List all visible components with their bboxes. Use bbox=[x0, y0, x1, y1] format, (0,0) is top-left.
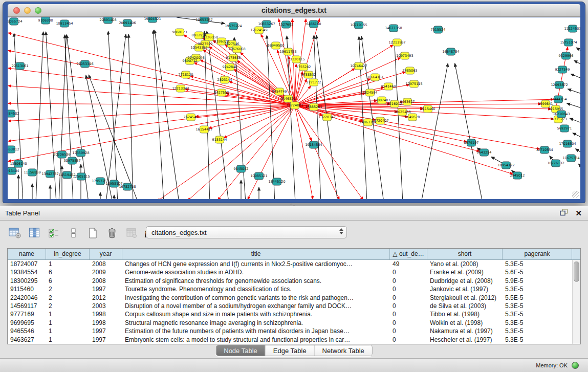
cell-name: 14569117 bbox=[8, 302, 46, 310]
graph-node-label: 9649578 bbox=[405, 115, 420, 119]
cell-year: 2008 bbox=[90, 260, 122, 268]
graph-node-label: 12213343 bbox=[172, 86, 189, 91]
tab-edge-table[interactable]: Edge Table bbox=[266, 345, 315, 356]
graph-edge bbox=[8, 105, 295, 141]
graph-node-label: 8427552 bbox=[214, 91, 229, 95]
table-row[interactable]: 946554611997Estimation of the future num… bbox=[8, 327, 572, 335]
column-header-year[interactable]: year bbox=[90, 249, 122, 259]
cell-out_de: 0 bbox=[390, 268, 427, 276]
graph-node-label: 10954122 bbox=[497, 163, 514, 167]
cell-year: 1997 bbox=[90, 327, 122, 335]
graph-node-label: 30975887 bbox=[63, 159, 80, 163]
tab-node-table[interactable]: Node Table bbox=[216, 345, 266, 356]
graph-node-label: 12710554 bbox=[536, 148, 553, 152]
table-row[interactable]: 1456911722003Disruption of a novel membe… bbox=[8, 302, 572, 310]
table-row[interactable]: 2242004622012Investigating the contribut… bbox=[8, 294, 572, 302]
graph-node-label: 10973493 bbox=[396, 54, 413, 58]
cell-short: Tibbo et al. (1998) bbox=[427, 310, 503, 318]
table-row[interactable]: 911546021997Tourette syndrome. Phenomeno… bbox=[8, 285, 572, 293]
graph-node-label: 9242848 bbox=[223, 65, 237, 69]
table-select-dropdown[interactable]: citations_edges.txt bbox=[146, 226, 347, 238]
graph-node-label: 9845042 bbox=[234, 167, 249, 171]
unselect-all-icon[interactable] bbox=[67, 226, 80, 239]
column-header-out_de[interactable]: △ out_de… bbox=[390, 249, 427, 259]
graph-node-label: 15055724 bbox=[8, 19, 23, 24]
graph-node-label: 10776132 bbox=[547, 161, 564, 165]
status-bar: Memory: OK bbox=[0, 358, 588, 372]
graph-node-label: 18724007 bbox=[286, 103, 303, 107]
graph-node-label: 26053346 bbox=[76, 62, 93, 66]
graph-node-label: 9115460 bbox=[421, 107, 435, 111]
graph-node-label: 9643254 bbox=[477, 150, 492, 155]
graph-node-label: 16653267 bbox=[258, 22, 275, 26]
graph-node-label: 10746427 bbox=[350, 64, 367, 68]
graph-node-label: 16782758 bbox=[119, 185, 136, 189]
cell-short: Dudbridge et al. (2008) bbox=[427, 277, 503, 285]
table-row[interactable]: 1938455462009Genome-wide association stu… bbox=[8, 268, 572, 276]
table-row[interactable]: 977716911998Corpus callosum shape and si… bbox=[8, 310, 572, 318]
graph-edge bbox=[248, 105, 295, 199]
cell-short: Stergiakouli et al. (2012) bbox=[427, 294, 503, 302]
graph-node-label: 8454749 bbox=[272, 90, 287, 94]
graph-node-label: 19611733 bbox=[279, 50, 296, 54]
table-scrollbar-thumb[interactable] bbox=[574, 261, 579, 282]
graph-node-label: 16715223 bbox=[550, 117, 567, 121]
cell-title: Investigating the contribution of common… bbox=[122, 294, 390, 302]
delete-table-icon[interactable] bbox=[105, 226, 119, 239]
table-mode-icon[interactable] bbox=[8, 226, 21, 239]
import-table-icon[interactable] bbox=[125, 226, 138, 239]
close-panel-icon[interactable]: ✕ bbox=[575, 209, 582, 217]
graph-edge bbox=[568, 89, 580, 94]
column-header-in_degree[interactable]: in_degree bbox=[46, 249, 90, 259]
cell-name: 9777169 bbox=[8, 310, 46, 318]
table-scrollbar[interactable] bbox=[572, 260, 580, 344]
graph-node-label: 10719155 bbox=[350, 23, 367, 27]
table-row[interactable]: 969969511998Structural magnetic resonanc… bbox=[8, 319, 572, 327]
graph-node-label: 18226058 bbox=[201, 35, 217, 39]
select-all-icon[interactable] bbox=[47, 226, 60, 239]
tab-network-table[interactable]: Network Table bbox=[315, 345, 372, 356]
graph-edge bbox=[267, 35, 275, 199]
graph-node-label: 15720407 bbox=[372, 119, 388, 123]
show-columns-icon[interactable] bbox=[28, 226, 41, 239]
graph-node-label: 14384502 bbox=[8, 112, 19, 116]
graph-edge bbox=[571, 74, 580, 78]
table-row[interactable]: 946362711997Embryonic stem cells: a mode… bbox=[8, 336, 572, 344]
canvas-resize-grip[interactable] bbox=[572, 191, 579, 198]
graph-edge bbox=[295, 105, 480, 151]
column-header-name[interactable]: name bbox=[8, 249, 46, 259]
graph-node-label: 13942737 bbox=[41, 172, 58, 176]
graph-node-label: 13220115 bbox=[288, 57, 304, 61]
table-panel-header: Table Panel ✕ bbox=[0, 206, 588, 221]
network-window-titlebar[interactable]: citations_edges.txt bbox=[8, 4, 580, 17]
graph-node-label: 1599841 bbox=[538, 102, 553, 106]
graph-node-labels: 1505572491063081891345420891408206914061… bbox=[8, 17, 580, 189]
new-table-icon[interactable] bbox=[86, 226, 99, 239]
cell-pagerank: 5.3E-5 bbox=[503, 310, 572, 318]
float-panel-icon[interactable] bbox=[560, 209, 568, 218]
graph-node-label: 7485063 bbox=[403, 69, 418, 73]
cell-title: Tourette syndrome. Phenomenology and cla… bbox=[122, 285, 390, 293]
graph-edge bbox=[218, 105, 295, 199]
table-row[interactable]: 1830029562008Estimation of significance … bbox=[8, 277, 572, 285]
graph-node-label: 13506140 bbox=[10, 162, 27, 166]
cell-pagerank: 5.9E-5 bbox=[503, 277, 572, 285]
graph-node-label: 1755282 bbox=[296, 65, 311, 69]
cell-year: 1997 bbox=[90, 285, 122, 293]
cell-in_degree: 6 bbox=[46, 277, 90, 285]
graph-edge bbox=[574, 60, 580, 64]
column-header-pagerank[interactable]: pagerank bbox=[503, 249, 572, 259]
graph-node-label: 7515524 bbox=[431, 28, 446, 32]
cell-year: 1998 bbox=[90, 319, 122, 327]
column-header-title[interactable]: title bbox=[122, 249, 390, 259]
table-row[interactable]: 1872400712008Changes of HCN gene express… bbox=[8, 260, 572, 268]
graph-node-label: 29676068 bbox=[228, 47, 245, 51]
cell-in_degree: 1 bbox=[46, 260, 90, 268]
graph-node-label: 17016504 bbox=[559, 142, 576, 146]
cell-short: de Silva et al. (2003) bbox=[427, 302, 503, 310]
network-canvas[interactable]: 1505572491063081891345420891408206914061… bbox=[8, 17, 580, 199]
cell-short: Franke et al. (2009) bbox=[427, 268, 503, 276]
graph-node-label: 19575224 bbox=[225, 24, 242, 28]
cell-in_degree: 6 bbox=[46, 268, 90, 276]
column-header-short[interactable]: short bbox=[427, 249, 503, 259]
